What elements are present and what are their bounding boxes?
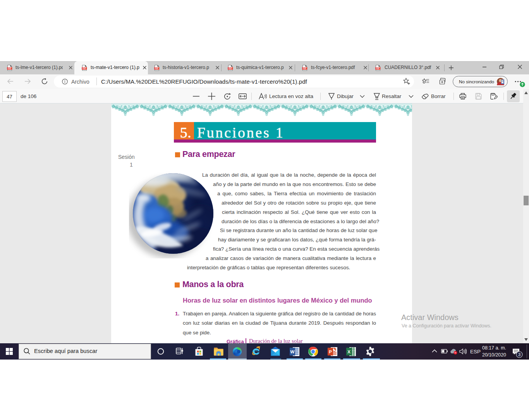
svg-text:P: P (329, 349, 332, 354)
svg-text:PDF: PDF (155, 67, 158, 69)
svg-text:W: W (290, 349, 295, 354)
svg-text:PDF: PDF (8, 67, 11, 69)
svg-text:PDF: PDF (303, 67, 306, 69)
svg-text:PDF: PDF (82, 67, 86, 69)
svg-text:PDF: PDF (376, 67, 380, 69)
svg-text:PDF: PDF (228, 67, 232, 69)
svg-text:X: X (347, 349, 350, 354)
svg-text:3: 3 (518, 352, 520, 357)
